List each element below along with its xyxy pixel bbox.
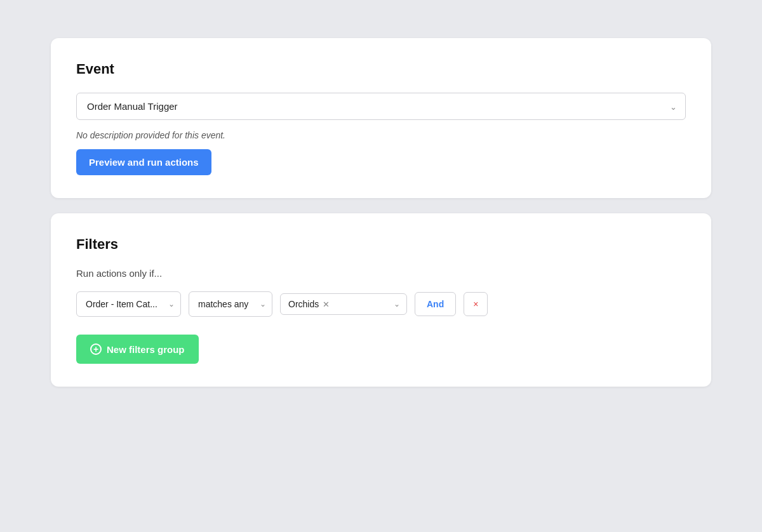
filter-field-select[interactable]: Order - Item Cat...: [76, 291, 181, 317]
new-filters-group-label: New filters group: [107, 344, 185, 355]
filter-row: Order - Item Cat... ⌄ matches any ⌄ Orch…: [76, 291, 686, 317]
filters-card-title: Filters: [76, 236, 686, 253]
new-filters-group-button[interactable]: + New filters group: [76, 335, 199, 364]
preview-run-button[interactable]: Preview and run actions: [76, 149, 211, 175]
event-card: Event Order Manual Trigger ⌄ No descript…: [51, 38, 711, 198]
filter-tag: Orchids ✕: [288, 299, 330, 309]
filter-condition-select[interactable]: matches any: [189, 291, 272, 317]
filter-tag-value: Orchids: [288, 299, 319, 309]
filter-tag-remove-icon[interactable]: ✕: [323, 300, 330, 309]
plus-circle-icon: +: [90, 343, 102, 355]
chevron-down-icon: ⌄: [394, 300, 400, 309]
filter-field-wrapper: Order - Item Cat... ⌄: [76, 291, 181, 317]
event-dropdown[interactable]: Order Manual Trigger: [76, 93, 686, 120]
filter-condition-wrapper: matches any ⌄: [189, 291, 272, 317]
filters-subtitle: Run actions only if...: [76, 268, 686, 279]
remove-filter-icon: ×: [473, 299, 478, 309]
event-dropdown-wrapper: Order Manual Trigger ⌄: [76, 93, 686, 120]
filters-card: Filters Run actions only if... Order - I…: [51, 213, 711, 387]
event-card-title: Event: [76, 61, 686, 77]
and-button[interactable]: And: [415, 292, 456, 316]
event-description: No description provided for this event.: [76, 130, 686, 140]
remove-filter-button[interactable]: ×: [464, 292, 488, 316]
filter-value-wrapper[interactable]: Orchids ✕ ⌄: [280, 293, 407, 315]
